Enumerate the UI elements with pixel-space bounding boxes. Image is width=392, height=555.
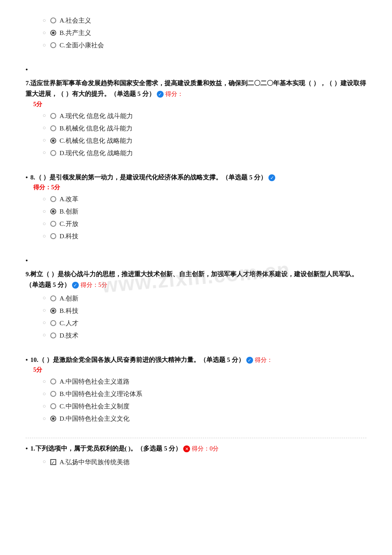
option-item[interactable]: ○ A.创新 bbox=[26, 293, 366, 304]
option-item[interactable]: ○ C.开放 bbox=[26, 219, 366, 229]
option-item[interactable]: ○ A.社会主义 bbox=[26, 15, 366, 26]
question-8: • 8.（ ）是引领发展的第一动力，是建设现代化经济体系的战略支撑。（单选题 5… bbox=[26, 172, 366, 248]
score-badge: ✓得分： bbox=[246, 355, 273, 365]
option-item[interactable]: ○ A.弘扬中华民族传统美德 bbox=[26, 457, 366, 467]
option-item[interactable]: ○ C.机械化 信息化 战略能力 bbox=[26, 136, 366, 146]
option-item[interactable]: ○ A.中国特色社会主义道路 bbox=[26, 376, 366, 387]
radio-unselected[interactable] bbox=[50, 320, 56, 326]
radio-unselected[interactable] bbox=[50, 233, 56, 239]
option-item[interactable]: ○ C.人才 bbox=[26, 318, 366, 328]
check-icon: ✓ bbox=[72, 282, 79, 289]
question-text: 9.树立（ ）是核心战斗力的思想，推进重大技术创新、自主创新，加强军事人才培养体… bbox=[26, 269, 366, 291]
option-label: C.全面小康社会 bbox=[60, 40, 104, 50]
question-title: • 10.（ ）是激励全党全国各族人民奋勇前进的强大精神力量。（单选题 5 分）… bbox=[26, 355, 366, 366]
score-line: 5分 bbox=[33, 101, 366, 108]
question-text: 1.下列选项中，属于党员权利的是( )。（多选题 5 分） ✕得分：0分 bbox=[30, 443, 219, 454]
radio-unselected[interactable] bbox=[50, 125, 56, 131]
option-item[interactable]: ○ D.科技 bbox=[26, 231, 366, 241]
radio-unselected[interactable] bbox=[50, 295, 56, 301]
option-label: A.改革 bbox=[60, 194, 79, 204]
option-list: ○ A.创新 ○ B.科技 ○ C.人才 ○ D.技术 bbox=[26, 293, 366, 341]
section-divider bbox=[26, 438, 366, 438]
option-label: C.中国特色社会主义制度 bbox=[60, 401, 130, 411]
option-item[interactable]: ○ D.技术 bbox=[26, 330, 366, 341]
radio-unselected[interactable] bbox=[50, 113, 56, 119]
radio-unselected[interactable] bbox=[50, 196, 56, 202]
option-list: ○ A.弘扬中华民族传统美德 bbox=[26, 457, 366, 467]
option-label: D.科技 bbox=[60, 231, 79, 241]
question-10: • 10.（ ）是激励全党全国各族人民奋勇前进的强大精神力量。（单选题 5 分）… bbox=[26, 355, 366, 431]
radio-unselected[interactable] bbox=[50, 17, 56, 23]
question-title: • 7.适应世界新军事革命发展趋势和国家安全需求，提高建设质量和效益，确保到二〇… bbox=[26, 64, 366, 100]
option-label: B.共产主义 bbox=[60, 28, 91, 38]
question-text: 8.（ ）是引领发展的第一动力，是建设现代化经济体系的战略支撑。（单选题 5 分… bbox=[30, 172, 276, 183]
score-badge-wrong: ✕得分：0分 bbox=[183, 444, 219, 454]
radio-unselected[interactable] bbox=[50, 332, 56, 338]
option-label: B.创新 bbox=[60, 206, 78, 217]
option-item[interactable]: ○ A.改革 bbox=[26, 194, 366, 204]
option-label: D.现代化 信息化 战略能力 bbox=[60, 148, 133, 158]
question-title: • 8.（ ）是引领发展的第一动力，是建设现代化经济体系的战略支撑。（单选题 5… bbox=[26, 172, 366, 183]
option-label: A.弘扬中华民族传统美德 bbox=[60, 457, 130, 467]
option-list: ○ A.现代化 信息化 战斗能力 ○ B.机械化 信息化 战斗能力 ○ C.机械… bbox=[26, 111, 366, 158]
score-line: 5分 bbox=[33, 366, 366, 374]
option-item[interactable]: ○ D.现代化 信息化 战略能力 bbox=[26, 148, 366, 158]
question-text: 7.适应世界新军事革命发展趋势和国家安全需求，提高建设质量和效益，确保到二〇二〇… bbox=[26, 78, 366, 100]
option-item[interactable]: ○ B.中国特色社会主义理论体系 bbox=[26, 389, 366, 399]
radio-selected[interactable] bbox=[50, 208, 56, 214]
radio-unselected[interactable] bbox=[50, 42, 56, 48]
option-item[interactable]: ○ B.科技 bbox=[26, 306, 366, 316]
option-item[interactable]: ○ C.中国特色社会主义制度 bbox=[26, 401, 366, 411]
checkbox-checked[interactable] bbox=[50, 459, 56, 465]
option-label: A.社会主义 bbox=[60, 15, 92, 26]
option-label: B.机械化 信息化 战斗能力 bbox=[60, 123, 133, 133]
radio-selected[interactable] bbox=[50, 308, 56, 314]
option-label: D.中国特色社会主义文化 bbox=[60, 413, 130, 424]
cross-icon: ✕ bbox=[183, 445, 190, 452]
option-item[interactable]: ○ A.现代化 信息化 战斗能力 bbox=[26, 111, 366, 121]
radio-selected[interactable] bbox=[50, 138, 56, 144]
option-list: ○ A.中国特色社会主义道路 ○ B.中国特色社会主义理论体系 ○ C.中国特色… bbox=[26, 376, 366, 424]
radio-selected[interactable] bbox=[50, 30, 56, 36]
question-7: • 7.适应世界新军事革命发展趋势和国家安全需求，提高建设质量和效益，确保到二〇… bbox=[26, 64, 366, 165]
question-multi-1: • 1.下列选项中，属于党员权利的是( )。（多选题 5 分） ✕得分：0分 ○… bbox=[26, 443, 366, 474]
option-list: ○ A.社会主义 ○ B.共产主义 ○ C.全面小康社会 bbox=[26, 15, 366, 50]
option-item[interactable]: ○ C.全面小康社会 bbox=[26, 40, 366, 50]
option-label: B.中国特色社会主义理论体系 bbox=[60, 389, 142, 399]
option-item[interactable]: ○ B.共产主义 bbox=[26, 28, 366, 38]
question-text: 10.（ ）是激励全党全国各族人民奋勇前进的强大精神力量。（单选题 5 分） ✓… bbox=[30, 355, 272, 366]
radio-unselected[interactable] bbox=[50, 391, 56, 397]
check-icon: ✓ bbox=[157, 91, 164, 98]
continuation-block: ○ A.社会主义 ○ B.共产主义 ○ C.全面小康社会 bbox=[26, 15, 366, 57]
radio-selected[interactable] bbox=[50, 416, 56, 422]
option-label: A.现代化 信息化 战斗能力 bbox=[60, 111, 133, 121]
score-badge: ✓得分：5分 bbox=[72, 280, 107, 290]
radio-unselected[interactable] bbox=[50, 221, 56, 227]
option-label: A.创新 bbox=[60, 293, 79, 304]
option-label: A.中国特色社会主义道路 bbox=[60, 376, 130, 387]
score-line: 得分：5分 bbox=[33, 184, 366, 191]
question-9: • 9.树立（ ）是核心战斗力的思想，推进重大技术创新、自主创新，加强军事人才培… bbox=[26, 255, 366, 347]
score-badge: ✓得分： bbox=[157, 89, 183, 99]
option-item[interactable]: ○ D.中国特色社会主义文化 bbox=[26, 413, 366, 424]
check-icon: ✓ bbox=[268, 174, 275, 181]
question-title: • 9.树立（ ）是核心战斗力的思想，推进重大技术创新、自主创新，加强军事人才培… bbox=[26, 255, 366, 291]
option-label: C.人才 bbox=[60, 318, 78, 328]
option-label: D.技术 bbox=[60, 330, 79, 341]
radio-unselected[interactable] bbox=[50, 379, 56, 384]
check-icon: ✓ bbox=[246, 357, 253, 364]
radio-unselected[interactable] bbox=[50, 150, 56, 156]
option-label: C.机械化 信息化 战略能力 bbox=[60, 136, 133, 146]
option-label: B.科技 bbox=[60, 306, 78, 316]
radio-unselected[interactable] bbox=[50, 403, 56, 409]
option-item[interactable]: ○ B.创新 bbox=[26, 206, 366, 217]
question-title: • 1.下列选项中，属于党员权利的是( )。（多选题 5 分） ✕得分：0分 bbox=[26, 443, 366, 454]
option-list: ○ A.改革 ○ B.创新 ○ C.开放 ○ D.科技 bbox=[26, 194, 366, 241]
score-badge: ✓ bbox=[268, 174, 276, 181]
option-item[interactable]: ○ B.机械化 信息化 战斗能力 bbox=[26, 123, 366, 133]
option-label: C.开放 bbox=[60, 219, 78, 229]
